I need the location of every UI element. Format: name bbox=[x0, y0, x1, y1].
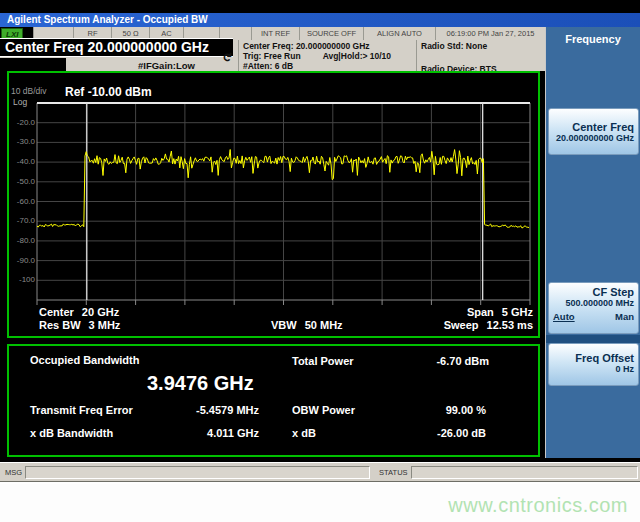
rbw-value: 3 MHz bbox=[89, 319, 121, 331]
total-power-label: Total Power bbox=[292, 355, 354, 367]
status-int-ref: INT REF bbox=[252, 27, 300, 40]
vbw-annotation: VBW50 MHz bbox=[271, 319, 343, 331]
status-align: ALIGN AUTO bbox=[364, 27, 436, 40]
log-scale-label: Log bbox=[13, 97, 27, 107]
center-freq-readout-text: Center Freq 20.000000000 GHz bbox=[5, 39, 209, 55]
status-source: SOURCE OFF bbox=[300, 27, 364, 40]
span-annotation: Span5 GHz bbox=[467, 306, 533, 318]
obw-value: 3.9476 GHz bbox=[147, 372, 254, 395]
info-center-freq: Center Freq: 20.000000000 GHz bbox=[243, 41, 370, 51]
y-axis-tick-label: -20.0 bbox=[11, 118, 35, 127]
message-status-bar: MSG STATUS bbox=[0, 462, 640, 482]
msg-label: MSG bbox=[2, 468, 25, 477]
msg-field bbox=[25, 466, 370, 479]
center-freq-softkey-label: Center Freq bbox=[553, 121, 634, 133]
y-axis-tick-label: -70.0 bbox=[11, 216, 35, 225]
radio-info: Radio Std: None Radio Device: BTS bbox=[421, 41, 541, 74]
results-panel: Occupied Bandwidth 3.9476 GHz Total Powe… bbox=[7, 344, 540, 457]
y-axis-tick-label: -60.0 bbox=[11, 197, 35, 206]
scale-per-div-label: 10 dB/div bbox=[11, 86, 46, 96]
span-label: Span bbox=[467, 306, 494, 318]
window-title: Agilent Spectrum Analyzer - Occupied BW bbox=[7, 14, 208, 25]
watermark-text: www.cntronics.com bbox=[448, 494, 628, 517]
softkey-center-freq[interactable]: Center Freq 20.000000000 GHz bbox=[548, 108, 639, 155]
status-datetime: 06:19:00 PM Jan 27, 2015 bbox=[436, 27, 545, 40]
sweep-annotation: Sweep12.53 ms bbox=[444, 319, 533, 331]
spectrum-display: 10 dB/div Log Ref -10.00 dBm -20.0-30.0-… bbox=[7, 71, 540, 338]
center-freq-annotation: Center20 GHz bbox=[39, 306, 119, 318]
status-label: STATUS bbox=[376, 468, 410, 477]
vbw-value: 50 MHz bbox=[305, 319, 343, 331]
span-value: 5 GHz bbox=[502, 306, 533, 318]
sweep-label: Sweep bbox=[444, 319, 479, 331]
acquisition-info: Center Freq: 20.000000000 GHz Trig: Free… bbox=[243, 41, 413, 71]
freq-offset-softkey-label: Freq Offset bbox=[553, 352, 634, 364]
softkey-menu: Frequency Center Freq 20.000000000 GHz C… bbox=[545, 27, 640, 458]
obw-power-label: OBW Power bbox=[292, 404, 355, 416]
center-freq-readout: Center Freq 20.000000000 GHz bbox=[0, 38, 233, 57]
y-axis-tick-label: -40.0 bbox=[11, 157, 35, 166]
header-divider bbox=[238, 40, 239, 71]
window-titlebar: Agilent Spectrum Analyzer - Occupied BW bbox=[0, 13, 640, 27]
info-avg-hold: Avg|Hold:> 10/10 bbox=[323, 51, 391, 61]
y-axis-tick-label: -100 bbox=[11, 275, 35, 284]
instrument-display: Agilent Spectrum Analyzer - Occupied BW … bbox=[0, 0, 640, 462]
y-axis-tick-label: -30.0 bbox=[11, 137, 35, 146]
spectrum-analyzer-screen: Agilent Spectrum Analyzer - Occupied BW … bbox=[0, 0, 640, 522]
menu-title: Frequency bbox=[546, 27, 640, 45]
cf-step-man-toggle[interactable]: Man bbox=[615, 311, 634, 322]
sweep-value: 12.53 ms bbox=[487, 319, 533, 331]
ref-level-label: Ref -10.00 dBm bbox=[65, 85, 152, 99]
center-freq-softkey-value: 20.000000000 GHz bbox=[553, 133, 634, 143]
cf-step-auto-toggle[interactable]: Auto bbox=[553, 311, 575, 322]
if-gain-label: #IFGain:Low bbox=[138, 60, 195, 71]
header-divider bbox=[416, 40, 417, 71]
annotation-box bbox=[0, 58, 66, 71]
spectrum-chart bbox=[9, 73, 538, 336]
info-radio-std: Radio Std: None bbox=[421, 41, 541, 51]
y-axis-tick-label: -80.0 bbox=[11, 236, 35, 245]
cf-step-softkey-value: 500.000000 MHz bbox=[553, 298, 634, 308]
softkey-separator bbox=[546, 335, 640, 343]
xdb-label: x dB bbox=[292, 427, 316, 439]
softkey-cf-step[interactable]: CF Step 500.000000 MHz Auto Man bbox=[548, 282, 639, 334]
status-field bbox=[411, 466, 638, 479]
obw-label: Occupied Bandwidth bbox=[30, 354, 139, 366]
info-atten: #Atten: 6 dB bbox=[243, 61, 293, 71]
xdb-value: -26.00 dB bbox=[376, 427, 486, 439]
transmit-freq-error-value: -5.4579 MHz bbox=[149, 404, 259, 416]
center-value: 20 GHz bbox=[82, 306, 119, 318]
vbw-label: VBW bbox=[271, 319, 297, 331]
xdb-bandwidth-label: x dB Bandwidth bbox=[30, 427, 113, 439]
freq-offset-softkey-value: 0 Hz bbox=[553, 364, 634, 374]
cf-step-softkey-label: CF Step bbox=[553, 286, 634, 298]
rbw-annotation: Res BW3 MHz bbox=[39, 319, 120, 331]
transmit-freq-error-label: Transmit Freq Error bbox=[30, 404, 133, 416]
page-margin: www.cntronics.com bbox=[0, 484, 640, 522]
info-trig: Trig: Free Run bbox=[243, 51, 301, 61]
xdb-bandwidth-value: 4.011 GHz bbox=[149, 427, 259, 439]
y-axis-tick-label: -90.0 bbox=[11, 256, 35, 265]
center-label: Center bbox=[39, 306, 74, 318]
rbw-label: Res BW bbox=[39, 319, 81, 331]
continuous-sweep-icon: ↻ bbox=[220, 52, 234, 62]
softkey-freq-offset[interactable]: Freq Offset 0 Hz bbox=[548, 343, 639, 386]
y-axis-tick-label: -50.0 bbox=[11, 177, 35, 186]
obw-power-value: 99.00 % bbox=[376, 404, 486, 416]
total-power-value: -6.70 dBm bbox=[379, 355, 489, 367]
